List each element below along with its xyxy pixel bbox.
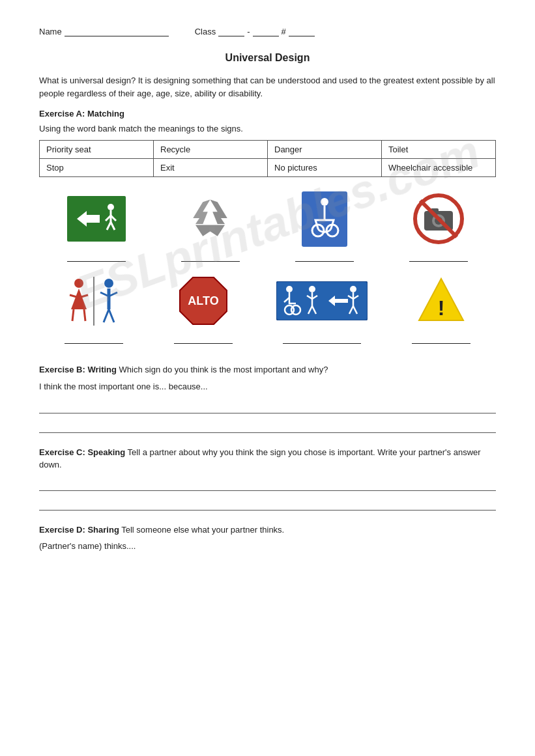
svg-line-21 bbox=[72, 309, 74, 321]
name-line bbox=[65, 26, 169, 36]
word-bank-cell-nopictures: No pictures bbox=[268, 159, 382, 177]
toilet-sign-image bbox=[65, 275, 123, 327]
class-line2 bbox=[253, 26, 279, 36]
recycle-sign-icon bbox=[184, 195, 237, 244]
exercise-c-line-2 bbox=[39, 496, 496, 511]
exercise-d-starter: (Partner's name) thinks.... bbox=[39, 541, 496, 551]
svg-point-37 bbox=[309, 286, 315, 292]
name-label: Name bbox=[39, 27, 62, 36]
svg-point-24 bbox=[104, 279, 113, 288]
sign-item-stop: ALTO bbox=[164, 275, 242, 344]
exercise-d-heading-rest: Tell someone else what your partner thin… bbox=[119, 525, 284, 535]
word-bank-cell-stop: Stop bbox=[40, 159, 154, 177]
svg-text:!: ! bbox=[438, 296, 445, 320]
exercise-a-heading: Exercise A: Matching bbox=[39, 109, 496, 119]
answer-line-recycle bbox=[181, 251, 240, 262]
exit-sign-icon bbox=[67, 196, 126, 242]
stop-sign-image: ALTO bbox=[174, 275, 233, 327]
exercise-d-heading: Exercise D: Sharing Tell someone else wh… bbox=[39, 524, 496, 537]
wheelchair-sign-icon bbox=[302, 191, 347, 247]
svg-text:ALTO: ALTO bbox=[188, 294, 218, 307]
exercise-d-heading-bold: Exercise D: Sharing bbox=[39, 525, 119, 535]
page-title: Universal Design bbox=[39, 52, 496, 64]
svg-point-9 bbox=[321, 198, 328, 206]
word-bank-row-1: Priority seat Recycle Danger Toilet bbox=[40, 141, 496, 159]
class-line1 bbox=[218, 26, 244, 36]
word-bank-cell-danger: Danger bbox=[268, 141, 382, 159]
accessible-sign-image bbox=[276, 275, 368, 327]
word-bank-cell-recycle: Recycle bbox=[154, 141, 268, 159]
exercise-c-heading-bold: Exercise C: Speaking bbox=[39, 447, 125, 457]
signs-row-2: ALTO bbox=[39, 275, 496, 344]
exercise-d: Exercise D: Sharing Tell someone else wh… bbox=[39, 524, 496, 552]
signs-section-1: ALTO bbox=[39, 193, 496, 344]
word-bank-table: Priority seat Recycle Danger Toilet Stop… bbox=[39, 140, 496, 177]
word-bank-cell-exit: Exit bbox=[154, 159, 268, 177]
answer-line-accessible bbox=[283, 333, 361, 344]
word-bank-row-2: Stop Exit No pictures Wheelchair accessi… bbox=[40, 159, 496, 177]
name-field: Name bbox=[39, 26, 169, 36]
word-bank-cell-toilet: Toilet bbox=[382, 141, 496, 159]
class-field: Class - # bbox=[195, 26, 315, 36]
exercise-b-line-2 bbox=[39, 419, 496, 433]
signs-row-1 bbox=[39, 193, 496, 262]
svg-point-18 bbox=[74, 279, 83, 288]
answer-line-wheelchair-row1 bbox=[295, 251, 354, 262]
class-line3 bbox=[289, 26, 315, 36]
exercise-c: Exercise C: Speaking Tell a partner abou… bbox=[39, 446, 496, 511]
exercise-c-heading: Exercise C: Speaking Tell a partner abou… bbox=[39, 446, 496, 471]
svg-point-44 bbox=[350, 286, 356, 292]
word-bank-cell-wheelchair: Wheelchair accessible bbox=[382, 159, 496, 177]
header: Name Class - # bbox=[39, 26, 496, 36]
exercise-b-line-1 bbox=[39, 399, 496, 413]
wheelchair-sign-image bbox=[295, 193, 354, 245]
danger-sign-image: ! bbox=[412, 275, 470, 327]
sign-item-recycle bbox=[171, 193, 250, 262]
nopictures-sign-image bbox=[409, 193, 468, 245]
svg-line-22 bbox=[84, 309, 85, 321]
answer-line-exit bbox=[67, 251, 126, 262]
answer-line-stop bbox=[174, 333, 233, 344]
exercise-a-instruction: Using the word bank match the meanings t… bbox=[39, 124, 496, 133]
sign-item-wheelchair bbox=[285, 193, 364, 262]
exercise-b-heading-bold: Exercise B: Writing bbox=[39, 365, 117, 374]
class-sep: - bbox=[247, 27, 250, 36]
svg-line-28 bbox=[104, 309, 109, 322]
answer-line-danger bbox=[412, 333, 470, 344]
word-bank-cell-priority: Priority seat bbox=[40, 141, 154, 159]
svg-line-29 bbox=[109, 309, 114, 322]
sign-item-toilet bbox=[55, 275, 133, 344]
recycle-sign-image bbox=[181, 193, 240, 245]
sign-item-accessible bbox=[273, 275, 371, 344]
intro-text: What is universal design? It is designin… bbox=[39, 74, 496, 100]
exercise-b-heading: Exercise B: Writing Which sign do you th… bbox=[39, 363, 496, 376]
exercise-b: Exercise B: Writing Which sign do you th… bbox=[39, 363, 496, 433]
exercise-b-heading-rest: Which sign do you think is the most impo… bbox=[117, 365, 328, 374]
exercise-c-line-1 bbox=[39, 477, 496, 491]
exercise-b-starter: I think the most important one is... bec… bbox=[39, 382, 496, 391]
class-label: Class bbox=[195, 27, 216, 36]
exit-sign-image bbox=[67, 193, 126, 245]
answer-line-nopictures bbox=[409, 251, 468, 262]
sign-item-nopictures bbox=[399, 193, 478, 262]
class-hash: # bbox=[282, 27, 286, 36]
svg-point-2 bbox=[108, 204, 114, 210]
answer-line-toilet bbox=[65, 333, 123, 344]
sign-item-exit bbox=[57, 193, 136, 262]
svg-point-33 bbox=[286, 286, 293, 292]
sign-item-danger: ! bbox=[402, 275, 480, 344]
